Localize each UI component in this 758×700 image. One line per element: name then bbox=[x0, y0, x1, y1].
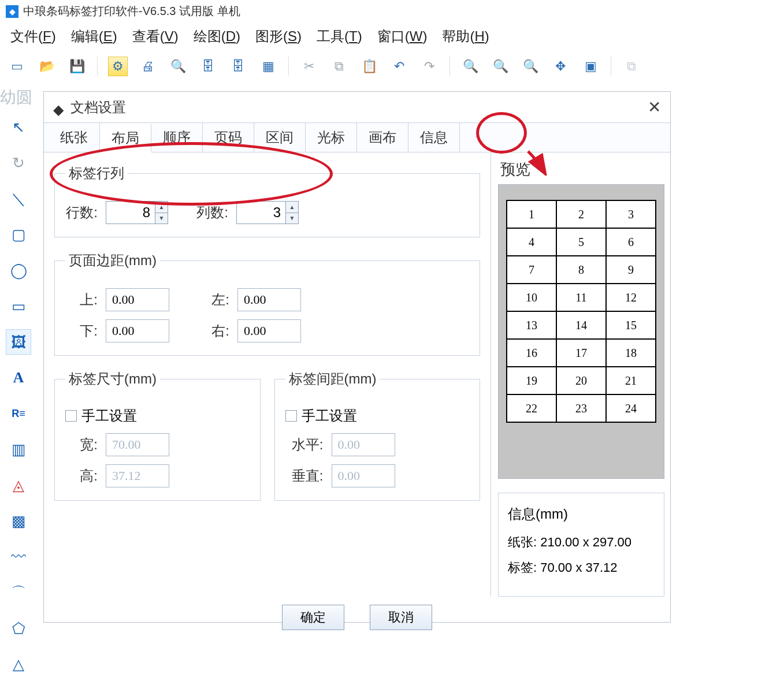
cols-down-icon[interactable]: ▼ bbox=[286, 213, 298, 224]
margin-top-input[interactable] bbox=[106, 288, 169, 311]
rows-spinner[interactable]: ▲▼ bbox=[106, 201, 168, 224]
tool-redo-icon[interactable]: ↷ bbox=[419, 57, 439, 76]
tool-zoom-in-icon[interactable]: 🔍 bbox=[460, 57, 480, 76]
toolbar-separator bbox=[288, 57, 289, 76]
ok-button[interactable]: 确定 bbox=[282, 605, 344, 630]
tool-preview-icon[interactable]: 🔍 bbox=[168, 57, 188, 76]
size-manual-checkbox[interactable]: 手工设置 bbox=[65, 407, 137, 425]
tool-polygon-icon[interactable]: ⬠ bbox=[6, 616, 31, 641]
preview-cell: 15 bbox=[606, 311, 656, 339]
tool-print-icon[interactable]: 🖨 bbox=[138, 57, 158, 76]
group-label-size: 标签尺寸(mm) 手工设置 宽: 高: bbox=[54, 370, 261, 501]
cols-input[interactable] bbox=[237, 202, 285, 224]
tab-info[interactable]: 信息 bbox=[408, 123, 460, 152]
dialog-tabs: 纸张 布局 顺序 页码 区间 光标 画布 信息 bbox=[44, 122, 670, 152]
h-gap-input bbox=[332, 433, 395, 456]
preview-cell: 3 bbox=[606, 200, 656, 228]
tab-pagenum[interactable]: 页码 bbox=[203, 123, 254, 152]
tool-copy-icon[interactable]: ⧉ bbox=[329, 57, 349, 76]
tool-undo-icon[interactable]: ↶ bbox=[389, 57, 409, 76]
tool-rotate-icon[interactable]: ↻ bbox=[6, 150, 31, 176]
checkbox-icon[interactable] bbox=[65, 410, 77, 422]
tool-arc-icon[interactable]: ⌒ bbox=[6, 580, 31, 605]
menu-file[interactable]: 文件(F) bbox=[10, 27, 56, 46]
v-gap-input bbox=[332, 464, 395, 487]
info-label-label: 标签: bbox=[508, 560, 537, 575]
size-manual-label: 手工设置 bbox=[81, 407, 137, 425]
tool-richtext-icon[interactable]: R≡ bbox=[6, 401, 31, 426]
tool-paste-icon[interactable]: 📋 bbox=[359, 57, 379, 76]
margin-right-input[interactable] bbox=[237, 319, 301, 342]
preview-cell: 8 bbox=[556, 256, 606, 284]
tab-paper[interactable]: 纸张 bbox=[49, 123, 100, 152]
label-margin-top: 上: bbox=[65, 291, 98, 309]
menu-edit[interactable]: 编辑(E) bbox=[71, 27, 117, 46]
menu-tool[interactable]: 工具(T) bbox=[317, 27, 362, 46]
cols-spinner[interactable]: ▲▼ bbox=[236, 201, 299, 224]
info-label-value: 70.00 x 37.12 bbox=[540, 560, 617, 575]
rows-down-icon[interactable]: ▼ bbox=[155, 213, 168, 224]
margin-left-input[interactable] bbox=[237, 288, 301, 311]
tab-range[interactable]: 区间 bbox=[254, 123, 306, 152]
tool-curve-icon[interactable]: 〰 bbox=[6, 544, 31, 569]
tool-triangle2-icon[interactable]: ◬ bbox=[6, 472, 31, 498]
legend-margin: 页面边距(mm) bbox=[65, 251, 160, 270]
tool-cut-icon[interactable]: ✂ bbox=[299, 57, 319, 76]
menu-shape[interactable]: 图形(S) bbox=[255, 27, 302, 46]
cols-up-icon[interactable]: ▲ bbox=[286, 202, 298, 213]
dialog-titlebar: ◆ 文档设置 ✕ bbox=[44, 92, 670, 122]
tool-image-icon[interactable]: 🖼 bbox=[6, 329, 31, 355]
info-legend: 信息(mm) bbox=[508, 505, 655, 523]
tool-triangle-icon[interactable]: △ bbox=[6, 651, 31, 677]
toolbar-separator bbox=[449, 57, 450, 76]
preview-cell: 20 bbox=[556, 367, 606, 394]
tab-cursor[interactable]: 光标 bbox=[306, 123, 357, 152]
cancel-button[interactable]: 取消 bbox=[370, 605, 432, 630]
tab-order[interactable]: 顺序 bbox=[151, 123, 203, 152]
tool-line-icon[interactable]: ＼ bbox=[6, 186, 31, 211]
tool-select-icon[interactable]: ↖ bbox=[6, 114, 31, 140]
tool-grid-icon[interactable]: ▦ bbox=[258, 57, 278, 76]
tab-layout[interactable]: 布局 bbox=[100, 124, 151, 152]
rows-input[interactable] bbox=[106, 202, 155, 224]
tool-rectangle-icon[interactable]: ▭ bbox=[6, 293, 31, 319]
preview-cell: 21 bbox=[606, 367, 656, 394]
tool-zoom-out-icon[interactable]: 🔍 bbox=[491, 57, 510, 76]
menu-window[interactable]: 窗口(W) bbox=[377, 27, 428, 46]
dialog-title: 文档设置 bbox=[70, 98, 126, 117]
tool-settings-icon[interactable]: ⚙ bbox=[108, 57, 128, 76]
tab-canvas[interactable]: 画布 bbox=[357, 123, 408, 152]
tool-text-icon[interactable]: A bbox=[6, 365, 31, 390]
gap-manual-checkbox[interactable]: 手工设置 bbox=[285, 407, 357, 425]
preview-cell: 17 bbox=[556, 339, 606, 367]
menu-view[interactable]: 查看(V) bbox=[132, 27, 179, 46]
preview-cell: 22 bbox=[507, 394, 556, 422]
checkbox-icon[interactable] bbox=[285, 410, 297, 422]
rows-up-icon[interactable]: ▲ bbox=[155, 202, 168, 213]
tool-roundrect-icon[interactable]: ▢ bbox=[6, 222, 31, 247]
preview-cell: 19 bbox=[507, 367, 556, 394]
menu-help[interactable]: 帮助(H) bbox=[442, 27, 489, 46]
menu-bar: 文件(F) 编辑(E) 查看(V) 绘图(D) 图形(S) 工具(T) 窗口(W… bbox=[0, 23, 758, 53]
tool-new-icon[interactable]: ▭ bbox=[7, 57, 27, 76]
tool-open-icon[interactable]: 📂 bbox=[37, 57, 57, 76]
tool-qrcode-icon[interactable]: ▩ bbox=[6, 508, 31, 534]
tool-database-add-icon[interactable]: 🗄 bbox=[228, 57, 248, 76]
close-icon[interactable]: ✕ bbox=[648, 98, 661, 117]
tool-save-icon[interactable]: 💾 bbox=[67, 57, 87, 76]
tool-fullscreen-icon[interactable]: ▣ bbox=[581, 57, 600, 76]
margin-bottom-input[interactable] bbox=[106, 319, 169, 342]
tool-fit-icon[interactable]: ✥ bbox=[551, 57, 570, 76]
tool-database-icon[interactable]: 🗄 bbox=[198, 57, 218, 76]
menu-draw[interactable]: 绘图(D) bbox=[194, 27, 240, 46]
group-page-margin: 页面边距(mm) 上: 左: 下: 右: bbox=[54, 251, 480, 356]
side-toolbar: ↖ ↻ ＼ ▢ ◯ ▭ 🖼 A R≡ ▥ ◬ ▩ 〰 ⌒ ⬠ △ bbox=[6, 114, 34, 677]
tool-align-icon[interactable]: ⧉ bbox=[622, 57, 641, 76]
tool-ellipse-icon[interactable]: ◯ bbox=[6, 258, 31, 283]
document-settings-dialog: ◆ 文档设置 ✕ 纸张 布局 顺序 页码 区间 光标 画布 信息 标签行列 行数… bbox=[43, 91, 671, 623]
info-paper-value: 210.00 x 297.00 bbox=[540, 535, 631, 549]
tool-zoom-reset-icon[interactable]: 🔍 bbox=[521, 57, 540, 76]
tool-barcode-icon[interactable]: ▥ bbox=[6, 437, 31, 462]
label-v-gap: 垂直: bbox=[285, 467, 324, 485]
label-margin-left: 左: bbox=[197, 291, 229, 309]
